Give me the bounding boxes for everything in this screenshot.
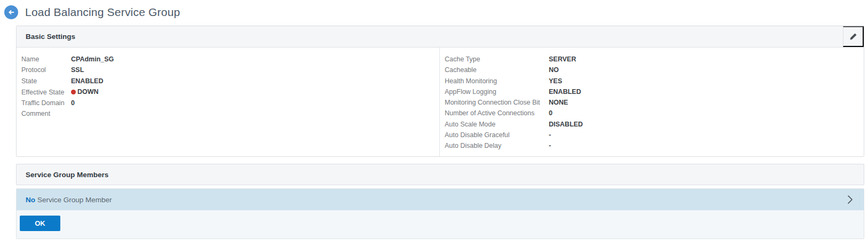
field-label: Monitoring Connection Close Bit [445,97,549,108]
field-value: SSL [71,65,84,75]
field-row-effective-state: Effective State DOWN [21,86,439,98]
page-title: Load Balancing Service Group [25,6,180,19]
arrow-left-icon [7,9,15,16]
field-label: Comment [21,108,71,119]
service-group-members-title: Service Group Members [26,171,108,179]
field-label: Name [21,54,71,65]
field-value: YES [549,76,562,86]
field-value: NO [549,65,559,75]
field-value: DISABLED [549,119,583,130]
field-value: ENABLED [549,86,581,97]
field-value: - [549,140,551,151]
field-row-name: Name CPAdmin_SG [21,54,439,65]
field-label: Auto Scale Mode [445,119,549,130]
ok-button[interactable]: OK [20,216,60,231]
basic-settings-title: Basic Settings [26,33,75,41]
field-row-comment: Comment [21,108,439,119]
member-row-label: Service Group Member [37,196,112,204]
field-value: - [549,130,551,140]
back-button[interactable] [4,5,18,19]
field-value: ENABLED [71,76,103,86]
field-value: 0 [549,108,553,118]
status-down-icon [71,90,76,94]
footer-action-bar: OK [17,210,864,239]
service-group-members-header: Service Group Members [16,164,864,185]
basic-settings-body: Name CPAdmin_SG Protocol SSL State ENABL… [17,47,864,156]
status-text: DOWN [77,86,99,97]
field-row-auto-disable-graceful: Auto Disable Graceful - [445,130,864,140]
member-count: No [26,196,35,204]
field-row-protocol: Protocol SSL [21,65,439,75]
field-row-health-monitoring: Health Monitoring YES [445,76,864,86]
basic-settings-left-column: Name CPAdmin_SG Protocol SSL State ENABL… [17,47,440,156]
field-value: NONE [549,97,568,108]
edit-basic-settings-button[interactable] [843,26,864,47]
field-row-cacheable: Cacheable NO [445,65,864,75]
field-label: Health Monitoring [445,76,549,86]
field-label: Traffic Domain [21,98,71,108]
field-label: Auto Disable Graceful [445,130,549,140]
field-row-appflow-logging: AppFlow Logging ENABLED [445,86,864,97]
field-label: AppFlow Logging [445,86,549,97]
service-group-members-box: No Service Group Member OK [16,188,864,239]
empty-member-row[interactable]: No Service Group Member [17,189,864,210]
field-row-cache-type: Cache Type SERVER [445,54,864,65]
field-label: State [21,76,71,86]
field-row-auto-scale-mode: Auto Scale Mode DISABLED [445,119,864,130]
basic-settings-right-column: Cache Type SERVER Cacheable NO Health Mo… [440,47,864,156]
field-row-traffic-domain: Traffic Domain 0 [21,98,439,108]
field-value: SERVER [549,54,576,65]
basic-settings-panel: Basic Settings Name CPAdmin_SG Protocol … [16,26,864,157]
chevron-right-icon [847,195,853,204]
page-header: Load Balancing Service Group [0,0,868,19]
field-label: Auto Disable Delay [445,140,549,151]
field-row-active-connections: Number of Active Connections 0 [445,108,864,118]
field-label: Protocol [21,65,71,75]
field-label: Number of Active Connections [445,108,549,118]
field-row-auto-disable-delay: Auto Disable Delay - [445,140,864,151]
basic-settings-header: Basic Settings [17,26,864,47]
field-value-status: DOWN [71,86,99,97]
field-value: CPAdmin_SG [71,54,114,65]
field-label: Effective State [21,87,71,98]
field-label: Cacheable [445,65,549,75]
field-row-state: State ENABLED [21,76,439,86]
field-value: 0 [71,98,75,108]
field-label: Cache Type [445,54,549,65]
pencil-icon [849,33,857,41]
field-row-monitoring-connection-close-bit: Monitoring Connection Close Bit NONE [445,97,864,108]
